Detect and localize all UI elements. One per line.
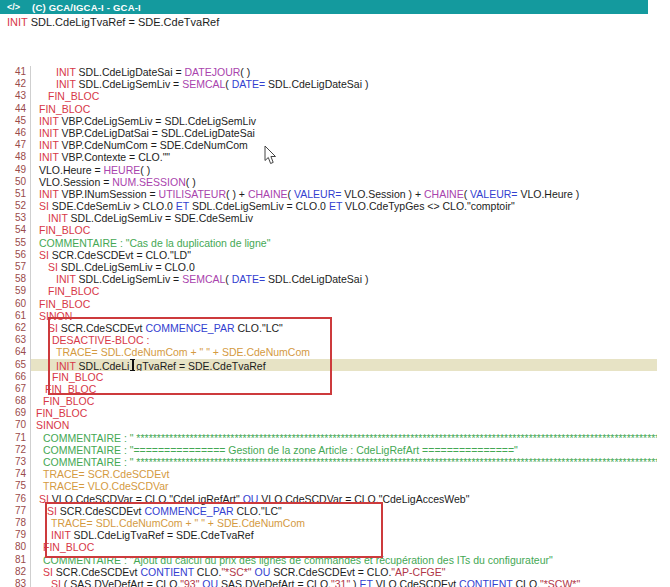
code-line[interactable]: 83SI ( SAS.DVeDefArt = CLO."93" OU SAS.D… bbox=[0, 578, 657, 587]
code-text[interactable]: INIT VBP.CdeLigSemLiv = SDL.CdeLigSemLiv bbox=[31, 115, 657, 127]
code-line[interactable]: 82SI SCR.CdeSCDEvt CONTIENT CLO."*SC*" O… bbox=[0, 566, 657, 578]
code-line[interactable]: 51INIT VBP.INumSession = UTILISATEUR( ) … bbox=[0, 188, 657, 200]
code-line[interactable]: 59FIN_BLOC bbox=[0, 285, 657, 297]
code-text[interactable]: FIN_BLOC bbox=[31, 285, 657, 297]
code-text[interactable]: VLO.Heure = HEURE( ) bbox=[31, 164, 657, 176]
code-line[interactable]: 78TRACE= SDL.CdeNumCom + " " + SDE.CdeNu… bbox=[0, 517, 657, 529]
code-line[interactable]: 80FIN_BLOC bbox=[0, 541, 657, 553]
code-text[interactable]: TRACE= SDL.CdeNumCom + " " + SDE.CdeNumC… bbox=[31, 346, 657, 358]
code-line[interactable]: 56SI SCR.CdeSCDEvt = CLO."LD" bbox=[0, 249, 657, 261]
code-text[interactable]: INIT VBP.INumSession = UTILISATEUR( ) + … bbox=[31, 188, 657, 200]
code-line[interactable]: 52SI SDE.CdeSemLiv > CLO.0 ET SDL.CdeLig… bbox=[0, 200, 657, 212]
code-line[interactable]: 44FIN_BLOC bbox=[0, 103, 657, 115]
code-line[interactable]: 60FIN_BLOC bbox=[0, 298, 657, 310]
code-text[interactable]: INIT SDL.CdeLigTvaRef = SDE.CdeTvaRef bbox=[31, 359, 657, 371]
code-text[interactable]: FIN_BLOC bbox=[31, 407, 657, 419]
code-text[interactable]: FIN_BLOC bbox=[31, 541, 657, 553]
code-line[interactable]: 66FIN_BLOC bbox=[0, 371, 657, 383]
code-text[interactable]: SI SCR.CdeSCDEvt COMMENCE_PAR CLO."LC" bbox=[31, 505, 657, 517]
code-line[interactable]: 79INIT SDL.CdeLigTvaRef = SDE.CdeTvaRef bbox=[0, 529, 657, 541]
line-number: 69 bbox=[0, 407, 31, 419]
code-line[interactable]: 70SINON bbox=[0, 419, 657, 431]
code-line[interactable]: 75TRACE= VLO.CdeSCDVar bbox=[0, 480, 657, 492]
code-line[interactable]: 76SI VLO.CdeSCDVar = CLO."CdeLigRefArt" … bbox=[0, 493, 657, 505]
code-line[interactable]: 45INIT VBP.CdeLigSemLiv = SDL.CdeLigSemL… bbox=[0, 115, 657, 127]
code-line[interactable]: 47INIT VBP.CdeNumCom = SDE.CdeNumCom bbox=[0, 139, 657, 151]
code-text[interactable]: INIT VBP.CdeNumCom = SDE.CdeNumCom bbox=[31, 139, 657, 151]
code-text[interactable]: INIT VBP.Contexte = CLO."" bbox=[31, 151, 657, 163]
code-line[interactable]: 50VLO.Session = NUM.SESSION( ) bbox=[0, 176, 657, 188]
code-segment: OU bbox=[202, 578, 218, 587]
code-segment: SDL.CdeLigSemLiv = CLO.0 bbox=[61, 261, 195, 273]
code-line[interactable]: 62SI SCR.CdeSCDEvt COMMENCE_PAR CLO."LC" bbox=[0, 322, 657, 334]
code-text[interactable]: FIN_BLOC bbox=[31, 383, 657, 395]
line-number: 56 bbox=[0, 249, 31, 261]
code-line[interactable]: 49VLO.Heure = HEURE( ) bbox=[0, 164, 657, 176]
code-text[interactable]: SI SDE.CdeSemLiv > CLO.0 ET SDL.CdeLigSe… bbox=[31, 200, 657, 212]
code-text[interactable]: FIN_BLOC bbox=[31, 103, 657, 115]
code-text[interactable]: SI ( SAS.DVeDefArt = CLO."93" OU SAS.DVe… bbox=[31, 578, 657, 587]
line-number: 63 bbox=[0, 334, 31, 346]
code-text[interactable]: SI SCR.CdeSCDEvt COMMENCE_PAR CLO."LC" bbox=[31, 322, 657, 334]
code-text[interactable]: COMMENTAIRE : "Cas de la duplication de … bbox=[31, 237, 657, 249]
code-line[interactable]: 63DESACTIVE-BLOC : bbox=[0, 334, 657, 346]
code-text[interactable]: SI VLO.CdeSCDVar = CLO."CdeLigRefArt" OU… bbox=[31, 493, 657, 505]
code-text[interactable]: DESACTIVE-BLOC : bbox=[31, 334, 657, 346]
code-text[interactable]: VLO.Session = NUM.SESSION( ) bbox=[31, 176, 657, 188]
code-text[interactable]: FIN_BLOC bbox=[31, 224, 657, 236]
code-text[interactable]: INIT SDL.CdeLigDateSai = DATEJOUR( ) bbox=[31, 66, 657, 78]
editor-tab-bar[interactable]: </> (C) GCA/IGCA-I - GCA-I bbox=[0, 0, 648, 14]
code-line[interactable]: 69FIN_BLOC bbox=[0, 407, 657, 419]
code-text[interactable]: INIT SDL.CdeLigSemLiv = SDE.CdeSemLiv bbox=[31, 212, 657, 224]
code-line[interactable]: 67FIN_BLOC bbox=[0, 383, 657, 395]
code-text[interactable]: COMMENTAIRE : " ************************… bbox=[31, 432, 657, 444]
code-text[interactable]: SI SCR.CdeSCDEvt = CLO."LD" bbox=[31, 249, 657, 261]
code-line[interactable]: 55COMMENTAIRE : "Cas de la duplication d… bbox=[0, 237, 657, 249]
code-line[interactable]: 71COMMENTAIRE : " **********************… bbox=[0, 432, 657, 444]
code-line[interactable]: 72COMMENTAIRE : "=============== Gestion… bbox=[0, 444, 657, 456]
code-text[interactable]: SI SCR.CdeSCDEvt CONTIENT CLO."*SC*" OU … bbox=[31, 566, 657, 578]
code-text[interactable]: INIT VBP.CdeLigDatSai = SDL.CdeLigDateSa… bbox=[31, 127, 657, 139]
code-text[interactable]: FIN_BLOC bbox=[31, 371, 657, 383]
code-line[interactable]: 58INIT SDL.CdeLigSemLiv = SEMCAL( DATE= … bbox=[0, 273, 657, 285]
code-text[interactable]: TRACE= SDL.CdeNumCom + " " + SDE.CdeNumC… bbox=[31, 517, 657, 529]
code-line[interactable]: 65INIT SDL.CdeLigTvaRef = SDE.CdeTvaRef bbox=[0, 359, 657, 371]
code-line[interactable]: 48INIT VBP.Contexte = CLO."" bbox=[0, 151, 657, 163]
code-text[interactable]: COMMENTAIRE : "Ajout du calcul du prix d… bbox=[31, 554, 657, 566]
code-line[interactable]: 41INIT SDL.CdeLigDateSai = DATEJOUR( ) bbox=[0, 66, 657, 78]
code-line[interactable]: 64TRACE= SDL.CdeNumCom + " " + SDE.CdeNu… bbox=[0, 346, 657, 358]
code-text[interactable]: INIT SDL.CdeLigSemLiv = SEMCAL( DATE= SD… bbox=[31, 78, 657, 90]
code-text[interactable]: TRACE= VLO.CdeSCDVar bbox=[31, 480, 657, 492]
code-line[interactable]: 42INIT SDL.CdeLigSemLiv = SEMCAL( DATE= … bbox=[0, 78, 657, 90]
code-line[interactable]: 54FIN_BLOC bbox=[0, 224, 657, 236]
code-text[interactable]: SINON bbox=[31, 310, 657, 322]
code-line[interactable]: 43FIN_BLOC bbox=[0, 90, 657, 102]
line-number: 43 bbox=[0, 90, 31, 102]
code-text[interactable]: INIT SDL.CdeLigTvaRef = SDE.CdeTvaRef bbox=[31, 529, 657, 541]
code-line[interactable]: 57SI SDL.CdeLigSemLiv = CLO.0 bbox=[0, 261, 657, 273]
code-segment: OU bbox=[255, 566, 271, 578]
code-text[interactable]: SINON bbox=[31, 419, 657, 431]
code-line[interactable]: 61SINON bbox=[0, 310, 657, 322]
code-line[interactable]: 81COMMENTAIRE : "Ajout du calcul du prix… bbox=[0, 554, 657, 566]
code-line[interactable]: 68FIN_BLOC bbox=[0, 395, 657, 407]
code-text[interactable]: COMMENTAIRE : " ************************… bbox=[31, 456, 657, 468]
code-text[interactable]: COMMENTAIRE : "=============== Gestion d… bbox=[31, 444, 657, 456]
line-number: 55 bbox=[0, 237, 31, 249]
code-line[interactable]: 73COMMENTAIRE : " **********************… bbox=[0, 456, 657, 468]
code-text[interactable]: FIN_BLOC bbox=[31, 90, 657, 102]
code-segment: UTILISATEUR bbox=[159, 188, 226, 200]
code-text[interactable]: INIT SDL.CdeLigSemLiv = SEMCAL( DATE= SD… bbox=[31, 273, 657, 285]
code-text[interactable]: TRACE= SCR.CdeSCDEvt bbox=[31, 468, 657, 480]
code-line[interactable]: 77SI SCR.CdeSCDEvt COMMENCE_PAR CLO."LC" bbox=[0, 505, 657, 517]
line-number: 53 bbox=[0, 212, 31, 224]
code-editor[interactable]: 41INIT SDL.CdeLigDateSai = DATEJOUR( )42… bbox=[0, 66, 657, 587]
code-segment: COMMENTAIRE : " ************************… bbox=[43, 456, 657, 468]
code-line[interactable]: 46INIT VBP.CdeLigDatSai = SDL.CdeLigDate… bbox=[0, 127, 657, 139]
code-text[interactable]: FIN_BLOC bbox=[31, 395, 657, 407]
code-line[interactable]: 74TRACE= SCR.CdeSCDEvt bbox=[0, 468, 657, 480]
header-code-line[interactable]: INIT SDL.CdeLigTvaRef = SDE.CdeTvaRef bbox=[7, 16, 219, 28]
code-text[interactable]: FIN_BLOC bbox=[31, 298, 657, 310]
code-text[interactable]: SI SDL.CdeLigSemLiv = CLO.0 bbox=[31, 261, 657, 273]
code-line[interactable]: 53INIT SDL.CdeLigSemLiv = SDE.CdeSemLiv bbox=[0, 212, 657, 224]
